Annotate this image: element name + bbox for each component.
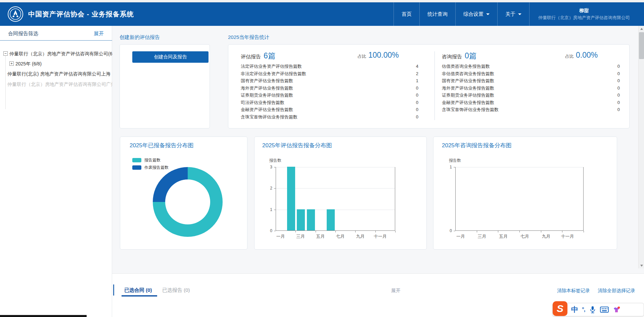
microphone-icon[interactable] — [589, 306, 596, 314]
virtual-keyboard-icon[interactable] — [600, 306, 609, 313]
chinese-mode-icon[interactable]: 中 — [571, 305, 578, 314]
main-nav: 首页统计查询综合设置关于柳甜仲量联行（北京）房地产资产评估咨询有限公司 — [394, 2, 639, 26]
create-contract-report-button[interactable]: 创建合同及报告 — [132, 51, 209, 63]
tree-item-label: 仲量联行（北京）房地产资产评估咨询有限公司广州 — [7, 82, 112, 87]
skin-tshirt-icon[interactable] — [612, 306, 620, 314]
tree-item-3[interactable]: 仲量联行（北京）房地产资产评估咨询有限公司广州 — [0, 80, 112, 88]
y-tick-mark — [274, 210, 276, 210]
plot-area — [276, 167, 395, 231]
sogou-logo-icon[interactable]: S — [553, 301, 567, 316]
consult-stat-row-1: 非估值类咨询业务报告篇数0 — [442, 70, 620, 77]
stat-label: 证券期货业务评估报告篇数 — [442, 92, 494, 99]
tree-item-2[interactable]: 仲量联行(北京) 房地产资产评估咨询有限公司上海 — [0, 70, 112, 78]
nav-item-label: 首页 — [402, 11, 412, 17]
clear-tab-records-link[interactable]: 清除本标签记录 — [557, 288, 590, 294]
appraisal-stat-row-7: 含珠宝首饰评估业务报告篇数0 — [241, 113, 418, 121]
appraisal-stat-row-1: 非法定评估业务资产评估报告篇数2 — [241, 70, 418, 77]
taskbar-fragment — [0, 315, 87, 317]
tab-selected-contracts[interactable]: 已选合同 (0) — [124, 287, 152, 294]
stats-column-divider — [434, 51, 435, 120]
tab-selected-reports[interactable]: 已选报告 (0) — [162, 287, 190, 294]
stat-value: 0 — [617, 85, 620, 92]
nav-item-label: 综合设置 — [463, 11, 484, 17]
x-tick-mark — [498, 231, 498, 232]
x-tick-label: 一月 — [452, 233, 469, 240]
legend-swatch — [132, 165, 141, 170]
tab-label: 已选报告 — [162, 287, 182, 293]
scroll-down-button[interactable] — [639, 263, 644, 268]
expand-icon[interactable]: + — [9, 61, 14, 66]
appraisal-bar-title: 2025年评估报告报备分布图 — [262, 142, 332, 149]
appraisal-stat-row-0: 法定评估业务资产评估报告篇数4 — [241, 63, 418, 70]
scrollbar-thumb[interactable] — [639, 32, 644, 59]
consult-report-header: 咨询报告 0篇 — [442, 51, 477, 61]
collapse-icon[interactable]: − — [3, 51, 8, 56]
sidebar: 合同报告筛选 展开 −仲量联行（北京）房地产资产评估咨询有限公司(6/8)+20… — [0, 26, 112, 317]
tab-count: (0) — [146, 287, 152, 293]
legend-item-0: 报告篇数 — [132, 156, 169, 164]
consult-stat-row-4: 证券期货业务评估报告篇数0 — [442, 92, 620, 99]
stat-label: 含珠宝首饰评估业务报告篇数 — [442, 106, 499, 113]
nav-item-3[interactable]: 关于 — [497, 2, 529, 26]
legend-item-1: 作废报告篇数 — [132, 164, 169, 171]
consult-ratio-value: 0.00% — [576, 51, 598, 60]
nav-item-2[interactable]: 综合设置 — [455, 2, 497, 26]
consult-stat-row-3: 海外资产评估业务报告篇数0 — [442, 85, 620, 92]
nav-item-1[interactable]: 统计查询 — [419, 2, 455, 26]
x-tick-mark — [541, 231, 541, 232]
tab-label: 已选合同 — [124, 287, 144, 293]
stat-label: 司法评估业务报告篇数 — [241, 99, 284, 106]
tree-item-label: 仲量联行（北京）房地产资产评估咨询有限公司(6/8) — [9, 51, 112, 56]
legend-swatch — [132, 158, 141, 162]
nav-item-0[interactable]: 首页 — [394, 2, 419, 26]
toolbox-grid-icon[interactable] — [624, 306, 631, 313]
stat-value: 0 — [416, 85, 418, 92]
consult-stat-row-0: 估值类咨询业务报告篇数0 — [442, 63, 620, 70]
x-tick-label: 九月 — [352, 233, 369, 240]
stat-label: 国有资产评估业务报告篇数 — [241, 77, 293, 85]
x-tick-label: 七月 — [516, 233, 533, 240]
punctuation-mode-icon[interactable]: °, — [582, 306, 585, 313]
donut-chart — [153, 167, 223, 237]
consulting-reports-bar-card: 2025年咨询报告报备分布图 报告数 01一月三月五月七月九月十一月 — [433, 137, 617, 250]
panel-expand-link[interactable]: 展开 — [391, 288, 401, 294]
user-name: 柳甜 — [580, 8, 589, 14]
consult-report-count: 0篇 — [465, 51, 477, 61]
x-tick-label: 三月 — [474, 233, 491, 240]
tree-item-label: 仲量联行(北京) 房地产资产评估咨询有限公司上海 — [7, 71, 110, 76]
x-tick-mark — [355, 231, 356, 232]
tree-item-label: 2025年 (6/8) — [15, 61, 42, 66]
stat-label: 国有资产评估业务报告篇数 — [442, 77, 494, 85]
stat-value: 0 — [617, 63, 620, 70]
x-tick-label: 九月 — [538, 233, 555, 240]
consult-ratio: 占比 0.00% — [565, 51, 598, 60]
stat-label: 金融资产评估业务报告篇数 — [442, 99, 494, 106]
stats-section-title: 2025当年报告统计 — [228, 34, 269, 41]
active-tab-underline — [122, 295, 157, 297]
stat-label: 证券期货业务评估报告篇数 — [241, 92, 293, 99]
tab-count: (0) — [184, 287, 190, 293]
tree-item-0[interactable]: −仲量联行（北京）房地产资产评估咨询有限公司(6/8) — [0, 50, 112, 58]
y-tick-label: 1 — [446, 165, 452, 169]
consult-report-label: 咨询报告 — [442, 54, 462, 60]
x-tick-mark — [562, 231, 562, 232]
vertical-scrollbar[interactable] — [638, 26, 644, 268]
tree-item-1[interactable]: +2025年 (6/8) — [0, 60, 112, 68]
y-tick-mark — [274, 231, 276, 231]
appraisal-report-count: 6篇 — [264, 51, 276, 61]
scroll-up-button[interactable] — [639, 26, 644, 32]
bar-四月 — [307, 209, 315, 230]
consulting-bar-title: 2025年咨询报告报备分布图 — [442, 142, 512, 149]
clear-all-records-link[interactable]: 清除全部选择记录 — [598, 288, 635, 294]
y-tick-mark — [454, 167, 455, 167]
stat-value: 4 — [416, 63, 418, 70]
appraisal-report-header: 评估报告 6篇 — [241, 51, 276, 61]
app-title: 中国资产评估协会 - 业务报备系统 — [28, 2, 134, 26]
y-tick-label: 0 — [266, 228, 272, 233]
bar-六月 — [327, 209, 335, 230]
stat-value: 0 — [416, 92, 418, 99]
sidebar-expand-link[interactable]: 展开 — [94, 31, 104, 37]
x-tick-mark — [375, 231, 376, 232]
appraisal-reports-bar-card: 2025年评估报告报备分布图 报告数 0123一月三月五月七月九月十一月 — [254, 137, 427, 250]
appraisal-report-label: 评估报告 — [241, 54, 261, 60]
